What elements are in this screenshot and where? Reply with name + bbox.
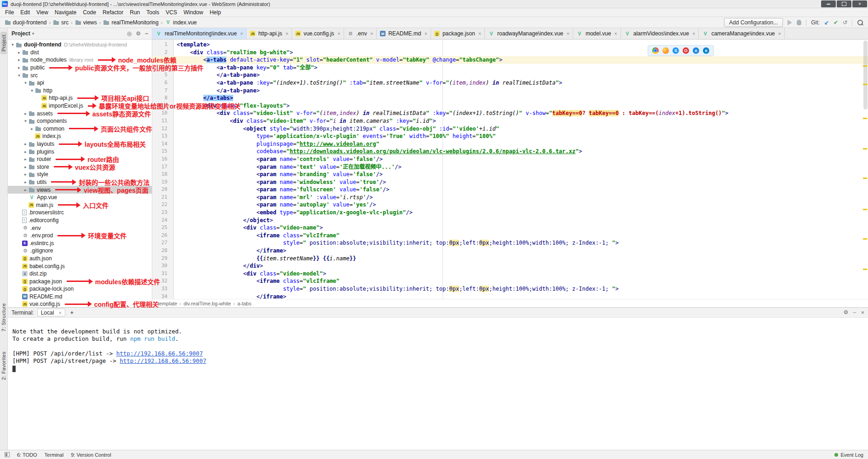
- tree-collapsed-arrow-icon[interactable]: ▸: [23, 180, 29, 184]
- tree-collapsed-arrow-icon[interactable]: ▸: [23, 157, 29, 161]
- tree-expanded-arrow-icon[interactable]: ▾: [23, 80, 29, 85]
- tree-collapsed-arrow-icon[interactable]: ▸: [16, 50, 22, 55]
- warning-stripe-mark[interactable]: [863, 238, 867, 240]
- tree-item-gitignore[interactable]: .gitignore: [8, 247, 152, 255]
- editor-tab-readme-md[interactable]: README.md×: [377, 28, 431, 39]
- status-event-log[interactable]: Event Log: [834, 452, 863, 458]
- tree-item-browserslistrc[interactable]: .browserslistrc: [8, 209, 152, 217]
- tree-item-main-js[interactable]: main.js入口文件: [8, 201, 152, 209]
- editor-tab-realtimemonitoring-index-vue[interactable]: realTimeMonitoring\index.vue×: [152, 28, 247, 39]
- editor-tab-http-api-js[interactable]: http-api.js×: [247, 28, 292, 39]
- menu-file[interactable]: File: [2, 8, 17, 17]
- tree-collapsed-arrow-icon[interactable]: ▸: [23, 172, 29, 177]
- add-configuration-button[interactable]: Add Configuration...: [724, 18, 783, 27]
- tree-item-assets[interactable]: ▸assetsassets静态资源文件: [8, 109, 152, 117]
- toolwindow-switcher-icon[interactable]: [5, 452, 10, 457]
- tab-close-icon[interactable]: ×: [370, 31, 373, 36]
- error-stripe[interactable]: [862, 40, 868, 299]
- breadcrumb-item-realtimemonitoring[interactable]: realTimeMonitoring: [103, 19, 158, 26]
- editor-breadcrumb-a-tabs[interactable]: a-tabs: [237, 301, 252, 306]
- status-9-version-control[interactable]: 9: Version Control: [71, 452, 111, 458]
- terminal-link[interactable]: http://192.168.66.56:9007: [120, 357, 206, 364]
- breadcrumb-item-duoji-frontend[interactable]: duoji-frontend: [5, 19, 46, 26]
- tree-collapsed-arrow-icon[interactable]: ▸: [23, 165, 29, 169]
- project-view-selector[interactable]: Project: [11, 30, 30, 37]
- editor-tab-cameramanage-index-vue[interactable]: cameraManage\index.vue×: [699, 28, 785, 39]
- status-6-todo[interactable]: 6: TODO: [17, 452, 37, 458]
- tab-close-icon[interactable]: [58, 310, 61, 316]
- editor-tab-env[interactable]: .env×: [344, 28, 377, 39]
- git-update-icon[interactable]: [824, 19, 829, 26]
- git-rollback-icon[interactable]: [843, 19, 847, 26]
- opera-browser-icon[interactable]: O: [683, 47, 689, 54]
- menu-run[interactable]: Run: [126, 8, 143, 17]
- firefox-browser-icon[interactable]: [662, 47, 669, 54]
- tree-item-vue-config-js[interactable]: vue.config.jsconfig配置、代理相关: [8, 300, 152, 308]
- warning-stripe-mark[interactable]: [863, 84, 867, 85]
- tree-expanded-arrow-icon[interactable]: ▾: [10, 42, 16, 47]
- terminal-link[interactable]: http://192.168.66.56:9007: [116, 350, 203, 357]
- tree-collapsed-arrow-icon[interactable]: ▸: [29, 126, 35, 131]
- hide-panel-icon[interactable]: [145, 30, 148, 37]
- tab-close-icon[interactable]: ×: [285, 31, 288, 36]
- tab-close-icon[interactable]: ×: [338, 31, 340, 36]
- menu-view[interactable]: View: [33, 8, 52, 17]
- tree-item-plugins[interactable]: ▸plugins: [8, 148, 152, 155]
- close-button[interactable]: [852, 0, 867, 7]
- warning-stripe-mark[interactable]: [863, 148, 867, 149]
- tree-collapsed-arrow-icon[interactable]: ▸: [23, 149, 29, 154]
- status-terminal[interactable]: Terminal: [45, 452, 64, 458]
- tree-item-common[interactable]: ▸common页面公共组件文件: [8, 125, 152, 133]
- tree-item-store[interactable]: ▸storevuex公共资源: [8, 163, 152, 171]
- warning-stripe-mark[interactable]: [863, 118, 867, 119]
- tree-item-env[interactable]: .env: [8, 224, 152, 232]
- tree-collapsed-arrow-icon[interactable]: ▸: [23, 142, 29, 146]
- tree-item-editorconfig[interactable]: .editorconfig: [8, 217, 152, 224]
- locate-file-icon[interactable]: [127, 30, 132, 37]
- minimize-button[interactable]: [821, 0, 836, 7]
- tool-button-project[interactable]: Project: [0, 32, 7, 54]
- chevron-down-icon[interactable]: [32, 31, 34, 36]
- editor-tab-roadwaymanage-index-vue[interactable]: roadwayManage\index.vue×: [485, 28, 573, 39]
- editor-tab-alarmvideos-index-vue[interactable]: alarmVideos\index.vue×: [621, 28, 699, 39]
- tree-collapsed-arrow-icon[interactable]: ▸: [23, 188, 29, 192]
- breadcrumb-item-index-vue[interactable]: index.vue: [165, 19, 196, 26]
- warning-stripe-mark[interactable]: [863, 65, 867, 67]
- editor-breadcrumb-div-realtime-bg-white[interactable]: div.realTime.bg-white: [184, 301, 231, 306]
- tree-item-public[interactable]: ▸publicpublic资源文件夹，一般放引用的第三方插件: [8, 64, 152, 72]
- tab-close-icon[interactable]: ×: [424, 31, 427, 36]
- tree-item-env-prod[interactable]: .env.prod环境变量文件: [8, 232, 152, 240]
- terminal-output[interactable]: Note that the development build is not o…: [8, 318, 868, 450]
- search-icon[interactable]: [857, 19, 863, 26]
- editor-tab-model-vue[interactable]: model.vue×: [573, 28, 621, 39]
- tab-close-icon[interactable]: ×: [567, 31, 569, 36]
- warning-stripe-mark[interactable]: [863, 269, 867, 270]
- menu-refactor[interactable]: Refactor: [99, 8, 126, 17]
- tree-item-auth-json[interactable]: auth.json: [8, 255, 152, 263]
- git-commit-icon[interactable]: [834, 19, 838, 26]
- warning-stripe-mark[interactable]: [863, 209, 867, 210]
- terminal-minimize-icon[interactable]: [853, 309, 856, 316]
- tab-close-icon[interactable]: ×: [614, 31, 617, 36]
- tool-button-2-favorites[interactable]: 2: Favorites: [0, 349, 7, 383]
- tree-expanded-arrow-icon[interactable]: ▾: [16, 73, 22, 78]
- breadcrumb-item-views[interactable]: views: [75, 19, 97, 26]
- safari-browser-icon[interactable]: S: [673, 47, 679, 54]
- ie-browser-icon[interactable]: e: [693, 47, 699, 54]
- edge-browser-icon[interactable]: e: [703, 47, 709, 54]
- gear-icon[interactable]: [136, 30, 141, 37]
- tree-item-duoji-frontend[interactable]: ▾duoji-frontendD:\zheheWeb\duoji-fronten…: [8, 41, 152, 49]
- tab-close-icon[interactable]: ×: [692, 31, 695, 36]
- tree-collapsed-arrow-icon[interactable]: ▸: [16, 65, 22, 70]
- tree-item-babel-config-js[interactable]: babel.config.js: [8, 262, 152, 270]
- editor-tab-package-json[interactable]: package.json×: [431, 28, 485, 39]
- tree-collapsed-arrow-icon[interactable]: ▸: [16, 57, 22, 62]
- breadcrumb-item-src[interactable]: src: [53, 19, 69, 26]
- menu-edit[interactable]: Edit: [17, 8, 33, 17]
- tree-item-app-vue[interactable]: App.vue: [8, 194, 152, 201]
- tree-item-src[interactable]: ▾src: [8, 71, 152, 79]
- terminal-close-icon[interactable]: [861, 309, 864, 316]
- terminal-settings-icon[interactable]: [844, 309, 849, 316]
- menu-tools[interactable]: Tools: [143, 8, 162, 17]
- new-terminal-button[interactable]: +: [69, 310, 75, 316]
